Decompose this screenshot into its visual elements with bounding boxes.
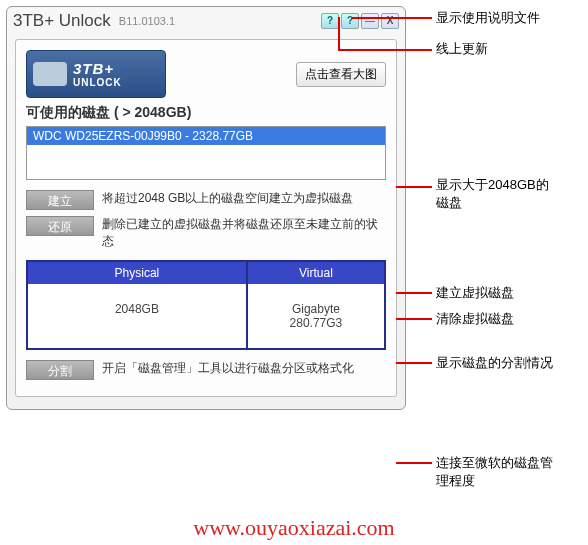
callout-line bbox=[396, 186, 432, 188]
annotation-disk1: 显示大于2048GB的 bbox=[436, 176, 549, 194]
annotation-partition2: 理程度 bbox=[436, 472, 475, 490]
callout-line bbox=[340, 49, 432, 51]
restore-desc: 删除已建立的虚拟磁盘并将磁盘还原至未建立前的状态 bbox=[102, 216, 386, 250]
virtual-label: Gigabyte bbox=[252, 302, 380, 316]
physical-column: Physical 2048GB bbox=[28, 262, 248, 348]
minimize-button[interactable]: — bbox=[361, 13, 379, 29]
window-version: B11.0103.1 bbox=[119, 15, 175, 27]
callout-line bbox=[352, 17, 432, 19]
disk-list[interactable]: WDC WD25EZRS-00J99B0 - 2328.77GB bbox=[26, 126, 386, 180]
annotation-table: 显示磁盘的分割情况 bbox=[436, 354, 553, 372]
annotation-create: 建立虚拟磁盘 bbox=[436, 284, 514, 302]
hdd-icon bbox=[33, 62, 67, 86]
close-button[interactable]: X bbox=[381, 13, 399, 29]
window-title: 3TB+ Unlock bbox=[13, 11, 111, 31]
physical-header: Physical bbox=[28, 262, 246, 284]
app-window: 3TB+ Unlock B11.0103.1 ? ? — X 3TB+ UNLO… bbox=[6, 6, 406, 410]
create-button[interactable]: 建立 bbox=[26, 190, 94, 210]
help-icon[interactable]: ? bbox=[321, 13, 339, 29]
partition-row: 分割 开启「磁盘管理」工具以进行磁盘分区或格式化 bbox=[26, 360, 386, 380]
annotation-help: 显示使用说明文件 bbox=[436, 9, 540, 27]
titlebar: 3TB+ Unlock B11.0103.1 ? ? — X bbox=[7, 7, 405, 35]
update-icon[interactable]: ? bbox=[341, 13, 359, 29]
restore-row: 还原 删除已建立的虚拟磁盘并将磁盘还原至未建立前的状态 bbox=[26, 216, 386, 250]
callout-line bbox=[396, 292, 432, 294]
create-desc: 将超过2048 GB以上的磁盘空间建立为虚拟磁盘 bbox=[102, 190, 386, 207]
action-rows: 建立 将超过2048 GB以上的磁盘空间建立为虚拟磁盘 还原 删除已建立的虚拟磁… bbox=[26, 190, 386, 250]
annotation-restore: 清除虚拟磁盘 bbox=[436, 310, 514, 328]
logo-row: 3TB+ UNLOCK 点击查看大图 bbox=[26, 50, 386, 98]
annotation-disk2: 磁盘 bbox=[436, 194, 462, 212]
virtual-size: 280.77G3 bbox=[252, 316, 380, 330]
restore-button[interactable]: 还原 bbox=[26, 216, 94, 236]
window-buttons: ? ? — X bbox=[321, 13, 399, 29]
callout-line bbox=[396, 462, 432, 464]
callout-line bbox=[338, 17, 340, 51]
physical-value: 2048GB bbox=[28, 284, 246, 334]
virtual-column: Virtual Gigabyte 280.77G3 bbox=[248, 262, 384, 348]
virtual-header: Virtual bbox=[248, 262, 384, 284]
partition-button[interactable]: 分割 bbox=[26, 360, 94, 380]
logo-line2: UNLOCK bbox=[73, 77, 122, 88]
partition-table: Physical 2048GB Virtual Gigabyte 280.77G… bbox=[26, 260, 386, 350]
annotation-update: 线上更新 bbox=[436, 40, 488, 58]
usable-disks-label: 可使用的磁盘 ( > 2048GB) bbox=[26, 104, 386, 122]
callout-line bbox=[396, 318, 432, 320]
partition-row-wrap: 分割 开启「磁盘管理」工具以进行磁盘分区或格式化 bbox=[26, 360, 386, 380]
callout-line bbox=[396, 362, 432, 364]
virtual-value: Gigabyte 280.77G3 bbox=[248, 284, 384, 348]
partition-desc: 开启「磁盘管理」工具以进行磁盘分区或格式化 bbox=[102, 360, 386, 377]
logo-line1: 3TB+ bbox=[73, 60, 122, 77]
logo-text: 3TB+ UNLOCK bbox=[73, 60, 122, 88]
app-logo: 3TB+ UNLOCK bbox=[26, 50, 166, 98]
watermark-url: www.ouyaoxiazai.com bbox=[0, 515, 588, 541]
create-row: 建立 将超过2048 GB以上的磁盘空间建立为虚拟磁盘 bbox=[26, 190, 386, 210]
view-large-button[interactable]: 点击查看大图 bbox=[296, 62, 386, 87]
annotation-partition1: 连接至微软的磁盘管 bbox=[436, 454, 553, 472]
inner-panel: 3TB+ UNLOCK 点击查看大图 可使用的磁盘 ( > 2048GB) WD… bbox=[15, 39, 397, 397]
disk-list-item[interactable]: WDC WD25EZRS-00J99B0 - 2328.77GB bbox=[27, 127, 385, 145]
